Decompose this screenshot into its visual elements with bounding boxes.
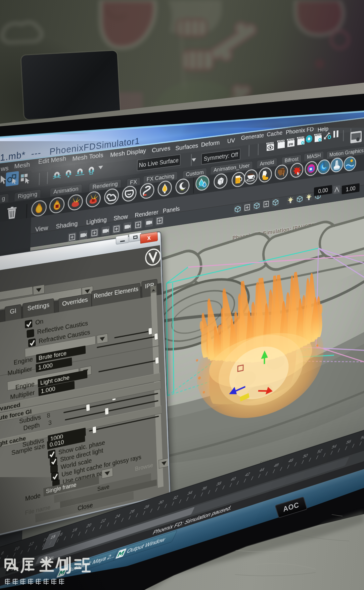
svg-text:GENE: GENE bbox=[44, 556, 54, 560]
